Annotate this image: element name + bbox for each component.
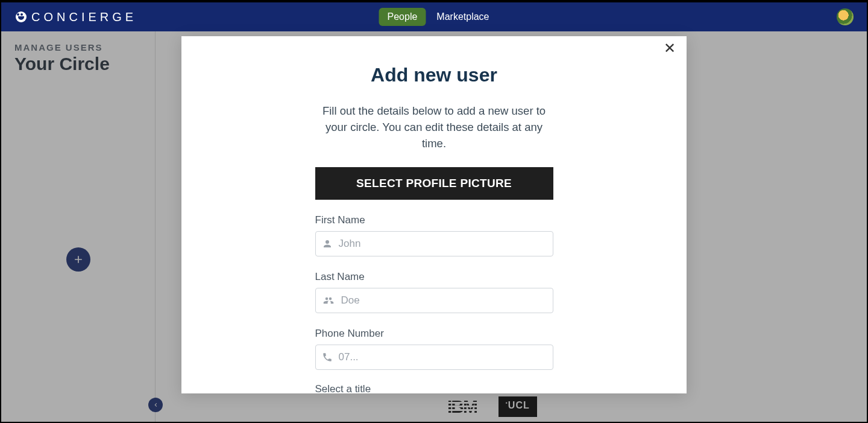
- first-name-label: First Name: [315, 214, 553, 226]
- nav-marketplace[interactable]: Marketplace: [436, 11, 489, 22]
- phone-icon: [322, 352, 333, 363]
- modal-title: Add new user: [371, 64, 497, 86]
- header-nav: People Marketplace: [379, 8, 489, 26]
- app-header: CONCIERGE People Marketplace: [1, 1, 867, 31]
- brand[interactable]: CONCIERGE: [1, 10, 137, 24]
- last-name-input[interactable]: [341, 294, 547, 307]
- close-icon[interactable]: ✕: [664, 41, 676, 56]
- avatar[interactable]: [837, 8, 854, 25]
- phone-label: Phone Number: [315, 328, 553, 340]
- modal-overlay[interactable]: ✕ Add new user Fill out the details belo…: [1, 31, 867, 422]
- last-name-label: Last Name: [315, 271, 553, 283]
- title-select-label: Select a title: [315, 383, 553, 393]
- modal-description: Fill out the details below to add a new …: [313, 103, 555, 151]
- first-name-input-wrap[interactable]: [315, 231, 553, 256]
- phone-input[interactable]: [339, 351, 547, 363]
- phone-input-wrap[interactable]: [315, 345, 553, 370]
- brand-text: CONCIERGE: [31, 10, 137, 24]
- add-user-modal: ✕ Add new user Fill out the details belo…: [181, 36, 687, 393]
- last-name-input-wrap[interactable]: [315, 288, 553, 313]
- first-name-input[interactable]: [339, 238, 547, 250]
- person-icon: [322, 238, 333, 249]
- select-profile-picture-button[interactable]: SELECT PROFILE PICTURE: [315, 167, 553, 200]
- people-icon: [322, 295, 335, 306]
- brand-logo-icon: [16, 11, 27, 22]
- nav-people[interactable]: People: [379, 8, 426, 26]
